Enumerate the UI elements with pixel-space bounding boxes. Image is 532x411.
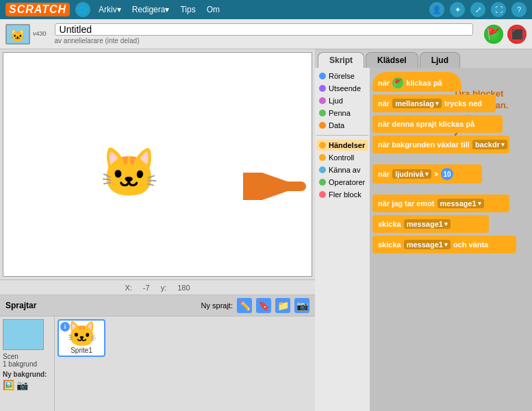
stop-button[interactable]: ⬛ [507,25,527,44]
nav-arkiv[interactable]: Arkiv▾ [96,3,124,16]
block-key-dropdown[interactable]: mellanslag [392,99,442,108]
globe-icon[interactable]: 🌐 [75,2,90,17]
block-panel: Rörelse Utseende Ljud Penna Data [315,68,532,411]
block-broadcast-wait[interactable]: skicka message1 och vänta [372,236,516,253]
cat-label-utseende: Utseende [329,84,361,92]
topbar: SCRATCH 🌐 Arkiv▾ Redigera▾ Tips Om 👤 ✦ ⤢… [0,0,532,19]
project-title-input[interactable] [55,23,473,36]
new-sprite-label: Ny sprajt: [201,301,233,310]
right-panel: Skript Klädsel Ljud Rörelse Utseende Lju… [315,49,532,411]
cat-dot-flerblock [319,191,326,198]
block-nar-sprajt: när denna sprajt klickas på [378,120,474,128]
new-backdrop-paint-icon[interactable]: 🖼️ [3,379,14,390]
tab-kladsel[interactable]: Klädsel [366,52,418,68]
block-skicka: skicka [378,220,401,228]
titlebar: 🐱 v430 av annelielarare (inte delad) 🚩 ⬛ [0,19,532,49]
cat-handelser[interactable]: Händelser [316,140,368,151]
cat-label-kontroll: Kontroll [329,153,354,162]
cat-ljud[interactable]: Ljud [316,95,368,106]
tab-ljud[interactable]: Ljud [420,52,460,68]
cat-label-flerblock: Fler block [329,190,362,199]
version-label: v430 [33,30,47,37]
cat-kannav[interactable]: Känna av [316,164,368,175]
y-value: 180 [177,284,190,292]
cat-dot-penna [319,110,326,116]
help-icon[interactable]: ? [511,2,527,17]
cat-utseende[interactable]: Utseende [316,83,368,94]
block-skicka2: skicka [378,240,401,249]
block-gt: > [434,170,438,178]
scene-thumbnail [3,319,44,350]
camera-sprite-icon[interactable]: 📷 [294,298,309,313]
cursor-icon[interactable]: ✦ [450,2,465,17]
stage: 🐱 [3,52,312,277]
sprites-list: i 🐱 Sprite1 [55,316,315,411]
cat-penna[interactable]: Penna [316,108,368,119]
cat-operatorer[interactable]: Operatorer [316,177,368,188]
divider [316,135,368,136]
x-label: X: [125,284,131,292]
block-when-receive[interactable]: när jag tar emot message1 [372,195,509,212]
y-label: y: [161,284,167,292]
cat-dot-kannav [319,166,326,173]
block-broadcast-wait-dropdown[interactable]: message1 [404,240,451,249]
scene-label: Scen [3,353,51,360]
author-label: av annelielarare (inte delad) [55,37,473,45]
cat-data[interactable]: Data [316,120,368,131]
block-when-sprite-clicked[interactable]: när denna sprajt klickas på [372,115,503,133]
tab-skript[interactable]: Skript [318,52,364,68]
block-when-key[interactable]: när mellanslag trycks ned [372,95,496,112]
cat-label-kannav: Känna av [329,166,360,174]
cat-flerblock[interactable]: Fler block [316,189,368,200]
sprites-header-label: Sprajtar [5,301,36,310]
block-spacer2 [372,186,529,192]
green-flag-icon: 🚩 [392,77,403,88]
scratch-logo[interactable]: SCRATCH [5,3,70,16]
cat-dot-handelser [319,142,326,149]
cat-dot-data [319,122,326,129]
block-volume-dropdown[interactable]: ljudnivå [392,169,431,179]
cat-dot-utseende [319,85,326,92]
cat-dot-kontroll [319,154,326,161]
cat-dot-operatorer [319,179,326,186]
main-layout: 🐱 X: -7 y: 180 Sprajt [0,49,532,411]
block-when-volume[interactable]: när ljudnivå > 10 [372,164,482,184]
upload-sprite-icon[interactable]: 📁 [275,298,290,313]
sprite-item[interactable]: i 🐱 Sprite1 [58,319,105,357]
block-nar-ljud: när [378,170,390,178]
block-backdrop-dropdown[interactable]: backdr [472,140,507,149]
green-flag-button[interactable]: 🚩 [484,25,503,44]
cat-label-ljud: Ljud [329,97,343,105]
block-when-flag[interactable]: när 🚩 klickas på [372,72,461,92]
cat-kontroll[interactable]: Kontroll [316,152,368,163]
cat-rorelse[interactable]: Rörelse [316,71,368,82]
cat-label-operatorer: Operatorer [329,178,365,186]
nav-redigera[interactable]: Redigera▾ [129,3,173,16]
blocks-area: Dra blockettill scriptytan. när 🚩 [370,68,532,411]
block-broadcast[interactable]: skicka message1 [372,215,489,233]
new-backdrop-label: Ny bakgrund: [3,371,51,378]
block-nar-label: när [378,79,390,87]
sprites-body: Scen 1 bakgrund Ny bakgrund: 🖼️ 📷 i 🐱 Sp… [0,316,315,411]
block-broadcast-dropdown[interactable]: message1 [404,219,451,229]
scene-info: Scen 1 bakgrund Ny bakgrund: 🖼️ 📷 [0,316,55,411]
new-backdrop-camera-icon[interactable]: 📷 [16,379,28,390]
x-value: -7 [143,284,150,292]
sprites-panel: Sprajtar Ny sprajt: ✏️ 🔖 📁 📷 Scen 1 bakg… [0,295,315,411]
cat-dot-rorelse [319,73,326,79]
block-volume-num[interactable]: 10 [441,168,453,180]
nav-tips[interactable]: Tips [177,3,198,16]
block-spacer [372,156,529,162]
stage-arrow [243,173,312,206]
paint-sprite-icon[interactable]: ✏️ [237,298,252,313]
person-icon[interactable]: 👤 [429,2,444,17]
fullscreen-icon[interactable]: ⛶ [491,2,506,17]
resize-icon[interactable]: ⤢ [470,2,485,17]
block-when-backdrop[interactable]: när bakgrunden växlar till backdr [372,136,509,153]
nav-om[interactable]: Om [204,3,223,16]
block-msg-dropdown[interactable]: message1 [438,199,484,208]
stamp-sprite-icon[interactable]: 🔖 [256,298,271,313]
tabs: Skript Klädsel Ljud [315,49,532,68]
new-sprite-area: Ny sprajt: ✏️ 🔖 📁 📷 [201,298,309,313]
scratch-cat-sprite: 🐱 [99,149,159,197]
